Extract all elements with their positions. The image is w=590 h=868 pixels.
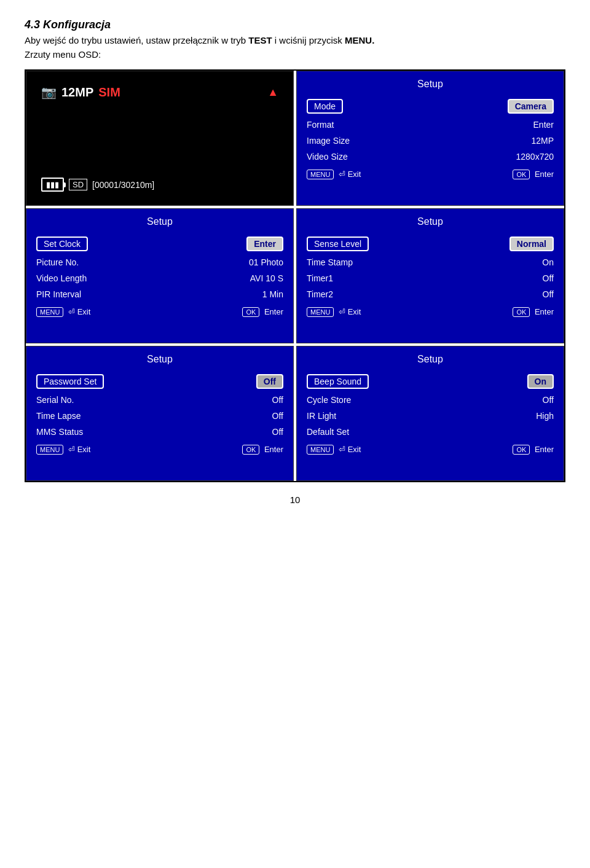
setup1-row4: Video Size 1280x720 — [307, 149, 554, 165]
setup4-row2: Serial No. Off — [36, 392, 283, 408]
setup1-mode-value: Camera — [508, 99, 554, 114]
setup4-pwdset-value: Off — [256, 374, 283, 389]
setup2-vidlen-label: Video Length — [36, 273, 87, 283]
setup4-row4: MMS Status Off — [36, 424, 283, 440]
setup-screen-1: Setup Mode Camera Format Enter Image Siz… — [296, 71, 564, 206]
setup4-footer: MENU ⏎ Exit OK Enter — [36, 445, 283, 455]
setup5-defaultset-label: Default Set — [307, 427, 349, 437]
setup1-format-value: Enter — [533, 120, 554, 130]
setup-screen-5: Setup Beep Sound On Cycle Store Off IR L… — [296, 346, 564, 481]
setup5-row1: Beep Sound On — [307, 371, 554, 392]
setup2-row3: Video Length AVI 10 S — [36, 270, 283, 286]
setup3-timer2-value: Off — [543, 289, 554, 299]
setup-screen-4: Setup Password Set Off Serial No. Off Ti… — [26, 346, 294, 481]
setup1-mode-label: Mode — [307, 99, 343, 114]
setup1-row2: Format Enter — [307, 117, 554, 133]
setup1-footer: MENU ⏎ Exit OK Enter — [307, 170, 554, 179]
setup4-row1: Password Set Off — [36, 371, 283, 392]
setup4-serialno-label: Serial No. — [36, 395, 74, 405]
setup2-footer: MENU ⏎ Exit OK Enter — [36, 307, 283, 317]
setup3-timer1-value: Off — [543, 273, 554, 283]
setup3-timestamp-value: On — [542, 257, 554, 267]
camera-preview-screen: 📷 12MP SIM ▲ ▮▮▮ SD [00001/30210m] — [26, 71, 294, 206]
setup3-title: Setup — [307, 216, 554, 227]
setup4-mmsstatus-value: Off — [272, 427, 283, 437]
section-description: Aby wejść do trybu ustawień, ustaw przeł… — [25, 35, 565, 45]
setup4-title: Setup — [36, 354, 283, 365]
setup5-title: Setup — [307, 354, 554, 365]
setup3-timer2-label: Timer2 — [307, 289, 333, 299]
setup1-imgsize-label: Image Size — [307, 136, 350, 146]
setup3-footer: MENU ⏎ Exit OK Enter — [307, 307, 554, 317]
setup4-mmsstatus-label: MMS Status — [36, 427, 83, 437]
setup4-timelapse-value: Off — [272, 411, 283, 421]
setup2-setclock-value: Enter — [246, 237, 283, 251]
setup2-row4: PIR Interval 1 Min — [36, 286, 283, 302]
setup3-timer1-label: Timer1 — [307, 273, 333, 283]
setup4-serialno-value: Off — [272, 395, 283, 405]
sim-label: SIM — [98, 85, 120, 100]
setup1-title: Setup — [307, 79, 554, 90]
setup2-ok-btn: OK — [242, 307, 259, 317]
setup2-vidlen-value: AVI 10 S — [250, 273, 283, 283]
section-subtitle: Zrzuty menu OSD: — [25, 49, 565, 60]
setup4-ok-btn: OK — [242, 445, 259, 455]
camera-bottom-bar: ▮▮▮ SD [00001/30210m] — [36, 173, 283, 197]
setup5-cyclestore-value: Off — [543, 395, 554, 405]
setup4-pwdset-label: Password Set — [36, 374, 104, 389]
file-count: [00001/30210m] — [92, 180, 154, 190]
setup-screen-3: Setup Sense Level Normal Time Stamp On T… — [296, 208, 564, 343]
setup5-beepsound-value: On — [527, 374, 554, 389]
setup5-beepsound-label: Beep Sound — [307, 374, 369, 389]
setup5-irlight-value: High — [536, 411, 554, 421]
setup5-ok-btn: OK — [513, 445, 530, 455]
battery-icon: ▮▮▮ — [41, 178, 64, 192]
setup5-cyclestore-label: Cycle Store — [307, 395, 351, 405]
setup5-row4: Default Set — [307, 424, 554, 440]
setup1-menu-btn: MENU — [307, 170, 334, 179]
setup5-footer: MENU ⏎ Exit OK Enter — [307, 445, 554, 455]
setup3-row4: Timer2 Off — [307, 286, 554, 302]
setup3-row1: Sense Level Normal — [307, 233, 554, 254]
setup4-timelapse-label: Time Lapse — [36, 411, 81, 421]
camera-icon: 📷 — [41, 85, 57, 100]
setup4-menu-btn: MENU — [36, 445, 63, 455]
setup5-irlight-label: IR Light — [307, 411, 336, 421]
setup1-row1: Mode Camera — [307, 96, 554, 117]
screens-grid: 📷 12MP SIM ▲ ▮▮▮ SD [00001/30210m] Setup… — [25, 69, 565, 482]
setup2-picno-value: 01 Photo — [249, 257, 283, 267]
setup3-timestamp-label: Time Stamp — [307, 257, 353, 267]
setup1-imgsize-value: 12MP — [531, 136, 554, 146]
setup3-row3: Timer1 Off — [307, 270, 554, 286]
setup4-row3: Time Lapse Off — [36, 408, 283, 424]
mp-label: 12MP — [61, 85, 93, 100]
setup3-ok-btn: OK — [513, 307, 530, 317]
camera-top-bar: 📷 12MP SIM ▲ — [36, 80, 283, 104]
setup2-row2: Picture No. 01 Photo — [36, 254, 283, 270]
setup5-row2: Cycle Store Off — [307, 392, 554, 408]
page-number: 10 — [25, 495, 565, 505]
setup2-setclock-label: Set Clock — [36, 237, 88, 251]
setup2-picno-label: Picture No. — [36, 257, 79, 267]
setup2-pirinterval-label: PIR Interval — [36, 289, 81, 299]
sd-label: SD — [69, 179, 87, 190]
setup3-menu-btn: MENU — [307, 307, 334, 317]
rec-indicator: ▲ — [267, 86, 278, 99]
setup2-menu-btn: MENU — [36, 307, 63, 317]
setup3-senselevel-label: Sense Level — [307, 237, 369, 251]
setup1-format-label: Format — [307, 120, 334, 130]
setup1-row3: Image Size 12MP — [307, 133, 554, 149]
setup-screen-2: Setup Set Clock Enter Picture No. 01 Pho… — [26, 208, 294, 343]
setup1-vidsize-value: 1280x720 — [516, 152, 554, 162]
setup5-menu-btn: MENU — [307, 445, 334, 455]
setup3-senselevel-value: Normal — [509, 237, 554, 251]
setup1-ok-btn: OK — [513, 170, 530, 179]
setup5-row3: IR Light High — [307, 408, 554, 424]
setup1-vidsize-label: Video Size — [307, 152, 348, 162]
setup2-title: Setup — [36, 216, 283, 227]
setup2-pirinterval-value: 1 Min — [262, 289, 283, 299]
setup2-row1: Set Clock Enter — [36, 233, 283, 254]
setup3-row2: Time Stamp On — [307, 254, 554, 270]
section-title: 4.3 Konfiguracja — [25, 18, 565, 31]
